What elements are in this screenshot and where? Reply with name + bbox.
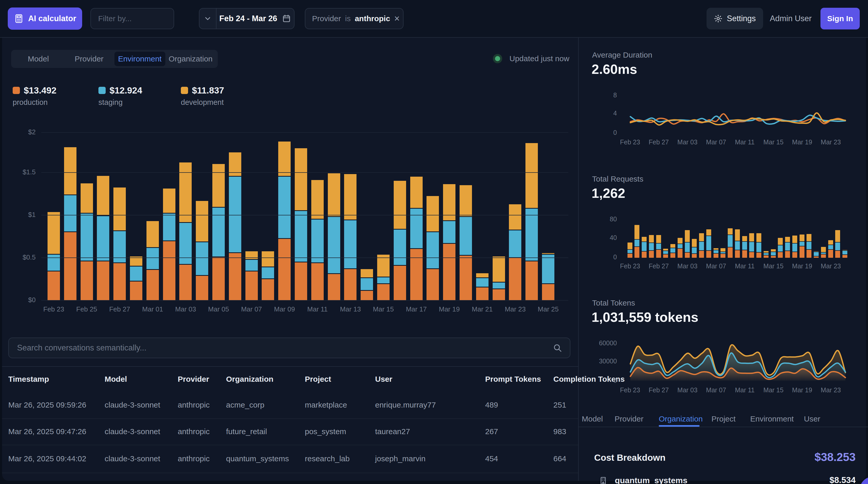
y-tick-label: 60000 [588, 340, 617, 347]
sign-in-button[interactable]: Sign In [820, 8, 860, 29]
tab-environment[interactable]: Environment [115, 52, 165, 66]
bar-segment-production [81, 261, 93, 300]
cell-project: pos_system [305, 418, 346, 445]
settings-button[interactable]: Settings [707, 8, 763, 29]
bar-segment-production [147, 270, 159, 300]
table-row[interactable]: Mar 26, 2025 09:47:26claude-3-sonnetanth… [2, 418, 578, 445]
breakdown-tab-model[interactable]: Model [582, 413, 603, 425]
request-segment-production [756, 253, 761, 258]
request-segment-development [706, 229, 711, 235]
col-header-model[interactable]: Model [104, 372, 127, 387]
cell-model: claude-3-sonnet [104, 418, 160, 445]
x-tick-label: Mar 05 [203, 305, 234, 313]
bar-segment-development [295, 148, 307, 211]
table-row[interactable]: Mar 26, 2025 09:59:26claude-3-sonnetanth… [2, 391, 578, 418]
request-segment-production [792, 252, 797, 258]
request-segment-staging [735, 241, 740, 250]
date-dropdown-toggle[interactable] [199, 8, 216, 29]
bar-segment-production [476, 287, 489, 300]
request-segment-production [785, 251, 790, 258]
bar-Mar 16 [394, 181, 406, 300]
bar-Mar 21 [476, 273, 489, 300]
request-segment-staging [828, 245, 833, 249]
bar-segment-staging [278, 176, 291, 238]
chip-remove-icon[interactable]: × [394, 14, 400, 23]
col-header-provider[interactable]: Provider [178, 372, 209, 387]
bar-segment-development [97, 176, 109, 216]
breakdown-tab-environment[interactable]: Environment [750, 413, 794, 425]
request-bar [699, 233, 704, 258]
tab-model[interactable]: Model [13, 52, 64, 66]
bar-segment-staging [410, 209, 423, 248]
legend-production[interactable]: $13.492 production [13, 85, 90, 108]
request-bar [642, 237, 647, 258]
bar-segment-staging [262, 267, 274, 279]
tab-organization[interactable]: Organization [165, 52, 216, 66]
bar-segment-production [460, 256, 472, 300]
request-segment-staging [756, 243, 761, 252]
semantic-search-input[interactable]: Search conversations semantically... [8, 337, 570, 358]
col-header-prompt-tokens[interactable]: Prompt Tokens [485, 372, 541, 387]
col-header-organization[interactable]: Organization [226, 372, 273, 387]
request-segment-staging [699, 242, 704, 250]
bar-segment-staging [81, 214, 93, 261]
filter-input[interactable]: Filter by... [90, 8, 174, 29]
bar-segment-production [196, 276, 208, 300]
breakdown-tab-organization[interactable]: Organization [659, 413, 703, 425]
bar-segment-production [344, 269, 356, 300]
bar-segment-staging [64, 195, 76, 231]
x-tick-label: Mar 11 [302, 305, 333, 313]
request-segment-staging [678, 244, 683, 248]
request-bar [649, 235, 654, 258]
status-text: Updated just now [509, 54, 569, 63]
y-tick-label: 30000 [588, 357, 617, 365]
col-header-project[interactable]: Project [305, 372, 331, 387]
staging-swatch [98, 87, 106, 94]
cost-item-name[interactable]: quantum_systems [615, 476, 687, 484]
bar-Mar 05 [212, 164, 225, 300]
request-segment-production [828, 250, 833, 258]
y-tick-label: $1.5 [2, 168, 36, 176]
request-segment-development [735, 229, 740, 241]
request-segment-staging [800, 242, 804, 246]
bar-segment-development [147, 221, 159, 247]
bar-Mar 04 [196, 201, 208, 300]
x-tick-label: Feb 27 [643, 138, 674, 146]
ai-calculator-button[interactable]: AI calculator [8, 7, 82, 30]
breakdown-tab-provider[interactable]: Provider [615, 413, 644, 425]
tab-provider[interactable]: Provider [64, 52, 115, 66]
bar-segment-production [64, 232, 76, 300]
bar-Mar 15 [377, 255, 390, 300]
x-tick-label: Feb 25 [71, 305, 102, 313]
request-bar [663, 249, 668, 258]
table-row[interactable]: Mar 26, 2025 09:44:02claude-3-sonnetanth… [2, 445, 578, 473]
request-segment-staging [835, 243, 840, 250]
request-bar [685, 230, 690, 258]
date-range-control[interactable]: Feb 24 - Mar 26 [199, 8, 294, 29]
cell-organization: acme_corp [226, 391, 264, 418]
request-segment-development [785, 237, 790, 242]
request-bar [678, 238, 683, 258]
legend-staging[interactable]: $12.924 staging [98, 85, 176, 108]
bar-segment-development [212, 164, 225, 207]
bar-Mar 07 [245, 251, 258, 300]
bar-segment-development [64, 147, 76, 194]
x-tick-label: Feb 23 [615, 138, 646, 146]
breakdown-tab-project[interactable]: Project [711, 413, 736, 425]
admin-user-label[interactable]: Admin User [770, 8, 812, 29]
filter-placeholder: Filter by... [98, 14, 131, 23]
cell-user: enrique.murray77 [375, 391, 436, 418]
bar-Mar 01 [147, 221, 159, 300]
request-bar [800, 234, 804, 258]
provider-filter-chip[interactable]: Provider is anthropic × [305, 8, 404, 29]
bar-segment-development [410, 176, 423, 208]
request-segment-staging [649, 243, 654, 250]
bar-Mar 03 [179, 162, 192, 300]
bar-segment-production [493, 289, 505, 300]
x-tick-label: Feb 27 [643, 262, 674, 270]
col-header-timestamp[interactable]: Timestamp [8, 372, 49, 387]
breakdown-tab-user[interactable]: User [804, 413, 820, 425]
bar-Mar 11 [311, 180, 324, 300]
col-header-user[interactable]: User [375, 372, 393, 387]
legend-development[interactable]: $11.837 development [181, 85, 258, 108]
